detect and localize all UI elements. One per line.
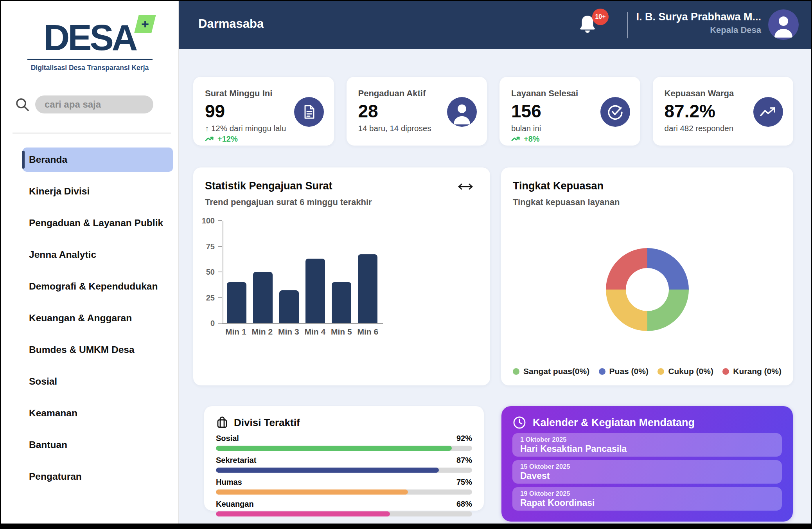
event-title: Hari Kesaktian Pancasila: [520, 444, 774, 454]
bar-xlabel: Min 3: [275, 327, 302, 336]
sidebar-item-bumdes-umkm[interactable]: Bumdes & UMKM Desa: [23, 338, 173, 362]
progress-fill: [216, 446, 452, 451]
sidebar-nav: Beranda Kinerja Divisi Pengaduan & Layan…: [1, 148, 179, 496]
legend-item-kurang: Kurang (0%): [722, 367, 781, 376]
bar-xlabels: Min 1Min 2Min 3Min 4Min 5Min 6: [223, 327, 381, 336]
divisi-teraktif-card: Divisi Teraktif Sosial 92% Sekretariat 8…: [204, 406, 484, 511]
event-title: Davest: [520, 471, 774, 481]
ytick-label: 75: [206, 242, 215, 251]
sidebar-item-jenna-analytic[interactable]: Jenna Analytic: [23, 243, 173, 267]
ytick-mark: [218, 323, 222, 324]
user-info: I. B. Surya Prabhawa M... Kepala Desa: [636, 11, 761, 35]
legend-dot: [513, 368, 519, 375]
bar-chart-card: Statistik Pengajuan Surat Trend pengajua…: [193, 167, 490, 385]
progress-label: Keuangan: [216, 500, 254, 509]
notification-bell-button[interactable]: 10+: [578, 14, 604, 40]
bar: [223, 221, 250, 323]
document-icon: [294, 97, 324, 127]
donut-hole: [626, 268, 669, 311]
progress-pct: 92%: [456, 434, 472, 443]
bar-xlabel: Min 6: [355, 327, 381, 336]
progress-row-sosial: Sosial 92%: [216, 434, 472, 451]
event-row: 15 Oktober 2025 Davest: [512, 460, 782, 484]
bar: [276, 221, 302, 323]
person-icon: [447, 97, 477, 127]
calendar-title: Kalender & Kegiatan Mendatang: [533, 417, 695, 429]
ytick-label: 100: [202, 216, 215, 225]
ytick-label: 0: [210, 319, 215, 328]
event-date: 19 Oktober 2025: [520, 490, 774, 497]
trend-up-icon: [205, 136, 214, 142]
progress-track: [216, 446, 472, 451]
event-date: 15 Oktober 2025: [520, 463, 774, 470]
notification-badge: 10+: [592, 9, 609, 25]
trend-up-icon: [511, 136, 521, 142]
bar-chart-subtitle: Trend pengajuan surat 6 minggu terakhir: [205, 197, 372, 207]
stat-label: Kepuasan Warga: [665, 88, 782, 99]
stat-label: Surat Minggu Ini: [205, 88, 322, 99]
progress-label: Humas: [216, 478, 242, 487]
legend-dot: [722, 368, 729, 375]
sidebar-item-keamanan[interactable]: Keamanan: [23, 401, 173, 425]
bottom-row: Divisi Teraktif Sosial 92% Sekretariat 8…: [193, 406, 793, 522]
expand-chart-button[interactable]: [456, 181, 474, 193]
donut-legend: Sangat puas(0%) Puas (0%) Cukup (0%) Kur…: [501, 367, 793, 376]
sidebar-item-sosial[interactable]: Sosial: [23, 369, 173, 394]
bar: [250, 221, 276, 323]
user-avatar[interactable]: [768, 9, 799, 40]
sidebar-divider: [13, 133, 171, 133]
logo-plus-icon: +: [135, 15, 156, 33]
horizontal-arrows-icon: [456, 182, 474, 191]
clock-icon: [512, 416, 526, 430]
ytick-label: 50: [206, 268, 215, 277]
legend-dot: [599, 368, 605, 375]
user-role: Kepala Desa: [636, 25, 761, 35]
sidebar-item-demografi-kependudukan[interactable]: Demografi & Kependudukan: [23, 274, 173, 299]
sidebar-item-keuangan-anggaran[interactable]: Keuangan & Anggaran: [23, 306, 173, 330]
screen-frame: DESA + Digitalisasi Desa Transparansi Ke…: [0, 0, 812, 529]
logo-underline: [27, 59, 153, 60]
stat-card-pengaduan: Pengaduan Aktif 28 14 baru, 14 diproses: [347, 77, 487, 146]
progress-label: Sosial: [216, 434, 239, 443]
person-icon: [768, 9, 799, 40]
stat-card-layanan: Layanan Selesai 156 bulan ini +8%: [499, 77, 640, 146]
logo-tagline: Digitalisasi Desa Transparansi Kerja: [1, 64, 179, 72]
donut-chart: [606, 248, 689, 331]
ytick-mark: [218, 246, 222, 247]
stat-label: Pengaduan Aktif: [358, 88, 476, 99]
bar-xlabel: Min 5: [328, 327, 355, 336]
legend-item-sangat-puas: Sangat puas(0%): [513, 367, 589, 376]
progress-row-humas: Humas 75%: [216, 478, 472, 495]
progress-row-keuangan: Keuangan 68%: [216, 500, 472, 516]
sidebar-item-kinerja-divisi[interactable]: Kinerja Divisi: [23, 179, 173, 203]
sidebar-item-beranda[interactable]: Beranda: [23, 148, 173, 172]
trending-up-icon: [753, 97, 783, 127]
sidebar-item-pengaduan-layanan-publik[interactable]: Pengaduan & Layanan Publik: [23, 211, 173, 235]
page-title: Darmasaba: [198, 17, 264, 31]
event-row: 19 Oktober 2025 Rapat Koordinasi: [512, 487, 782, 511]
ytick-mark: [218, 220, 222, 221]
event-row: 1 Oktober 2025 Hari Kesaktian Pancasila: [512, 433, 782, 457]
check-circle-icon: [600, 97, 630, 127]
progress-pct: 87%: [456, 456, 472, 465]
progress-track: [216, 468, 472, 473]
progress-pct: 75%: [456, 478, 472, 487]
progress-fill: [216, 489, 408, 495]
search-input[interactable]: [35, 95, 153, 113]
ytick-mark: [218, 272, 222, 272]
donut-chart-subtitle: Tingkat kepuasan layanan: [513, 197, 620, 207]
bar-xlabel: Min 1: [223, 327, 249, 336]
bar-plot: [223, 221, 381, 323]
main-content: Surat Minggu Ini 99 ↑ 12% dari minggu la…: [179, 49, 811, 524]
sidebar-item-bantuan[interactable]: Bantuan: [23, 433, 173, 457]
sidebar-item-pengaturan[interactable]: Pengaturan: [23, 464, 173, 489]
bar: [355, 221, 381, 323]
legend-dot: [658, 368, 664, 375]
topbar-divider: [627, 12, 628, 38]
app-logo: DESA + Digitalisasi Desa Transparansi Ke…: [1, 17, 179, 72]
legend-item-puas: Puas (0%): [599, 367, 649, 376]
bar-yaxis: 0255075100: [193, 221, 223, 323]
stat-trend: +8%: [511, 135, 629, 144]
event-date: 1 Oktober 2025: [520, 436, 774, 443]
topbar: Darmasaba 10+ I. B. Surya Prabhawa M... …: [179, 1, 811, 49]
